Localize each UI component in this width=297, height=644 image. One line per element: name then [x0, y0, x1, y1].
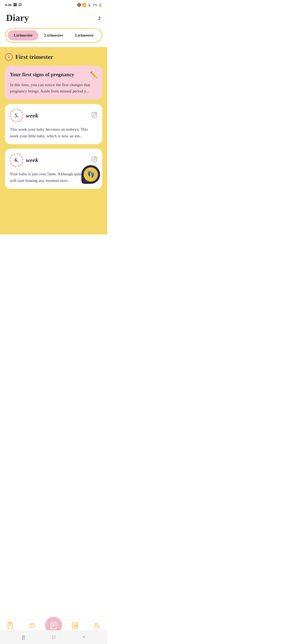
wifi-icon: 📶 — [82, 3, 86, 7]
tab-2-trimester[interactable]: 2.trimester — [38, 30, 69, 40]
status-time: 9:46 — [5, 3, 12, 7]
pink-card-text: In this time, you can notice the first c… — [10, 82, 97, 94]
edit-pink-icon[interactable]: ✏️ — [90, 71, 97, 78]
tab-3-trimester[interactable]: 3.trimester — [69, 30, 100, 40]
week-5-header: 5. week — [10, 109, 97, 122]
week-6-card: 6. week Your baby is just over 5mm. Alth… — [5, 149, 102, 189]
edit-week6-icon[interactable] — [91, 156, 97, 164]
status-right: 🔇 📶 📡 3% 🔋 — [77, 3, 102, 7]
header: Diary ♪ — [0, 9, 107, 26]
status-check-icon: ☑ — [18, 3, 22, 7]
pink-card-header: Your first signs of pregnancy ✏️ — [10, 71, 97, 78]
week-6-text: week — [26, 157, 38, 164]
status-bar: 9:46 🖼 ☑ 🔇 📶 📡 3% 🔋 — [0, 0, 107, 9]
status-left: 9:46 🖼 ☑ — [5, 3, 22, 7]
week-6-header: 6. week — [10, 154, 97, 167]
week-5-card: 5. week This week your baby becomes an e… — [5, 104, 102, 144]
battery-icon: 🔋 — [98, 3, 102, 7]
tab-1-trimester[interactable]: 1.trimester — [8, 30, 38, 40]
info-icon: i — [5, 53, 13, 61]
trimester-tabs-wrapper: 1.trimester 2.trimester 3.trimester — [0, 26, 107, 47]
yellow-content-area: i First trimester Your first signs of pr… — [0, 47, 107, 234]
week-5-content: This week your baby becomes an embryo. T… — [10, 126, 97, 139]
page-title: Diary — [6, 13, 29, 23]
pink-card-title: Your first signs of pregnancy — [10, 71, 87, 78]
svg-rect-0 — [92, 112, 97, 117]
signal-icon: 📡 — [87, 3, 92, 7]
status-gallery-icon: 🖼 — [13, 3, 17, 7]
section-title-row: i First trimester — [5, 53, 102, 61]
svg-rect-1 — [92, 157, 97, 162]
music-icon[interactable]: ♪ — [98, 14, 101, 22]
section-heading: First trimester — [15, 53, 53, 61]
baby-icon: 👣 — [84, 167, 98, 182]
edit-week5-icon[interactable] — [91, 112, 97, 119]
week-5-label: 5. week — [10, 109, 38, 122]
week-5-text: week — [26, 112, 38, 119]
week-6-circle: 6. — [10, 154, 23, 167]
trimester-tabs: 1.trimester 2.trimester 3.trimester — [5, 28, 102, 43]
floating-baby-button[interactable]: 👣 — [81, 165, 100, 184]
battery-label: 3% — [93, 3, 97, 7]
week-6-label: 6. week — [10, 154, 38, 167]
pink-card-pregnancy-signs: Your first signs of pregnancy ✏️ In this… — [5, 66, 102, 100]
week-5-circle: 5. — [10, 109, 23, 122]
mute-icon: 🔇 — [77, 3, 81, 7]
